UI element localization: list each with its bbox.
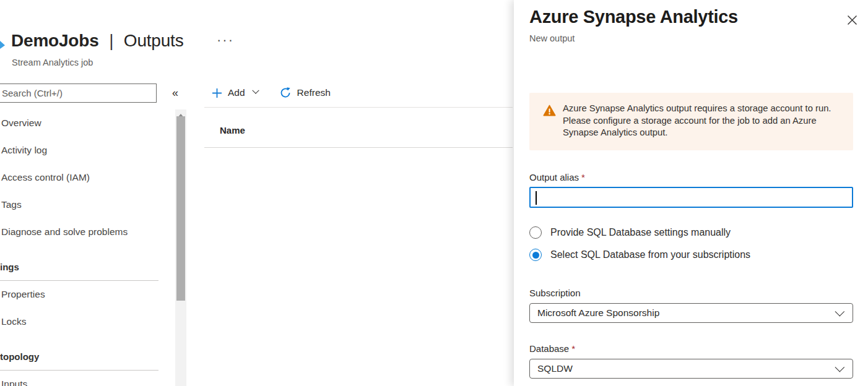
chevron-down-icon	[252, 87, 259, 94]
search-input[interactable]	[0, 84, 156, 102]
radio-provide-sql-manually[interactable]: Provide SQL Database settings manually	[529, 226, 731, 239]
radio-unselected-icon	[529, 226, 542, 239]
refresh-button-label: Refresh	[297, 87, 331, 98]
sidebar-item-overview[interactable]: Overview	[0, 109, 158, 137]
output-alias-label: Output alias*	[529, 172, 585, 182]
blade-icon	[0, 41, 5, 49]
subscription-value: Microsoft Azure Sponsorship	[537, 307, 659, 319]
close-button[interactable]	[845, 13, 859, 27]
column-header-name[interactable]: Name	[220, 125, 245, 135]
sidebar-section-settings: ings	[0, 253, 158, 280]
table-header-divider	[204, 147, 513, 148]
radio-select-sql-from-subscriptions[interactable]: Select SQL Database from your subscripti…	[529, 249, 750, 261]
plus-icon	[212, 88, 222, 98]
subscription-label: Subscription	[529, 288, 581, 298]
more-button[interactable]: ···	[217, 32, 234, 48]
radio-label: Provide SQL Database settings manually	[550, 227, 731, 238]
add-button[interactable]: Add	[212, 87, 258, 98]
sidebar-menu: Overview Activity log Access control (IA…	[0, 109, 158, 386]
sidebar-item-inputs[interactable]: Inputs	[0, 371, 158, 386]
panel-title: Azure Synapse Analytics	[529, 7, 738, 27]
required-asterisk: *	[581, 172, 585, 182]
sidebar-item-locks[interactable]: Locks	[0, 308, 158, 335]
page-subtitle: Stream Analytics job	[12, 58, 93, 67]
chevron-down-icon	[835, 362, 845, 372]
page-title-secondary: Outputs	[124, 31, 184, 50]
warning-icon	[543, 105, 556, 150]
warning-text: Azure Synapse Analytics output requires …	[563, 103, 844, 150]
page-title: DemoJobs | Outputs	[11, 31, 183, 51]
warning-banner: Azure Synapse Analytics output requires …	[529, 93, 853, 150]
refresh-button[interactable]: Refresh	[279, 87, 331, 99]
sidebar-item-tags[interactable]: Tags	[0, 191, 158, 218]
radio-selected-icon	[529, 249, 542, 261]
scrollbar-thumb[interactable]	[176, 116, 185, 301]
panel-subtitle: New output	[529, 33, 575, 43]
database-dropdown[interactable]: SQLDW	[529, 359, 853, 379]
page-title-separator: |	[103, 31, 119, 50]
toolbar-divider	[204, 107, 513, 108]
database-label: Database*	[529, 343, 575, 354]
chevron-down-icon	[835, 306, 845, 316]
sidebar-scrollbar[interactable]	[175, 109, 186, 386]
sidebar-item-activity-log[interactable]: Activity log	[0, 137, 158, 164]
database-value: SQLDW	[537, 363, 573, 374]
radio-label: Select SQL Database from your subscripti…	[550, 249, 750, 260]
refresh-icon	[279, 87, 292, 99]
page-title-primary: DemoJobs	[11, 31, 99, 50]
collapse-sidebar-button[interactable]: «	[166, 84, 184, 102]
sidebar-section-job-topology: topology	[0, 343, 158, 370]
sidebar-item-properties[interactable]: Properties	[0, 281, 158, 308]
new-output-panel: Azure Synapse Analytics New output Azure…	[514, 0, 868, 386]
output-alias-input[interactable]	[529, 187, 853, 208]
subscription-dropdown[interactable]: Microsoft Azure Sponsorship	[529, 303, 853, 323]
close-icon	[846, 14, 858, 26]
sidebar-item-access-control[interactable]: Access control (IAM)	[0, 164, 158, 191]
required-asterisk: *	[571, 343, 575, 354]
add-button-label: Add	[228, 87, 245, 98]
sidebar-item-diagnose[interactable]: Diagnose and solve problems	[0, 218, 158, 246]
outputs-toolbar: Add Refresh	[212, 84, 331, 102]
text-cursor	[536, 191, 537, 205]
sidebar-search	[0, 84, 157, 103]
